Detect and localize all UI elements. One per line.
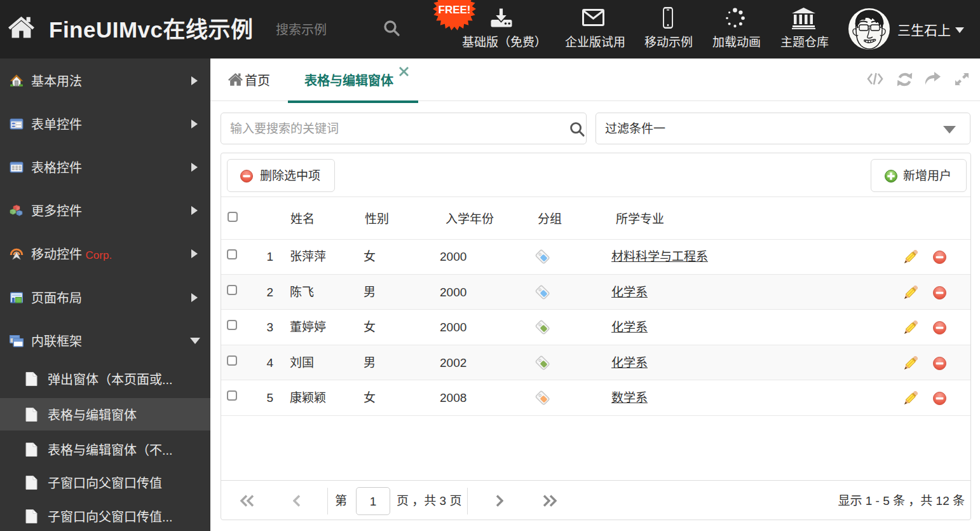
svg-text:FREE!: FREE!: [439, 4, 471, 16]
